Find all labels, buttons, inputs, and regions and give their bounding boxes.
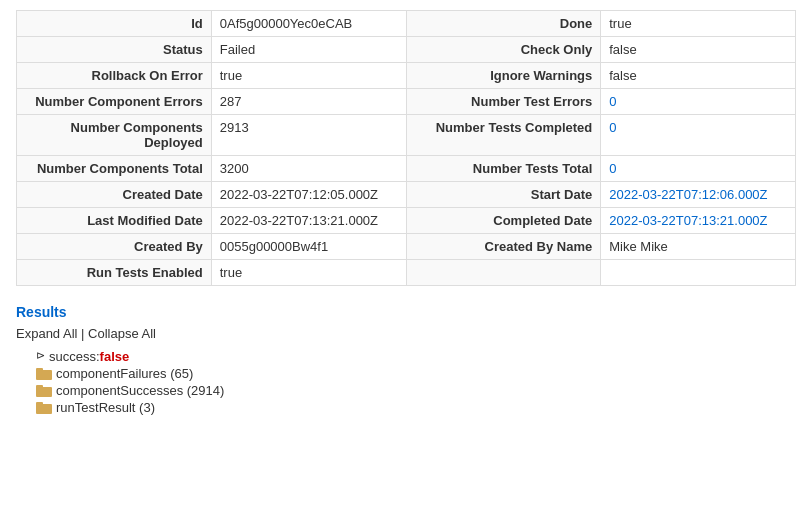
table-left-label: Last Modified Date xyxy=(17,208,212,234)
folder-icon xyxy=(36,400,52,414)
table-right-label xyxy=(406,260,601,286)
table-right-value: 0 xyxy=(601,89,796,115)
svg-rect-5 xyxy=(36,402,43,406)
table-right-value: 2022-03-22T07:12:06.000Z xyxy=(601,182,796,208)
collapse-all-link[interactable]: Collapse All xyxy=(88,326,156,341)
svg-rect-3 xyxy=(36,385,43,389)
expand-all-link[interactable]: Expand All xyxy=(16,326,77,341)
table-right-value xyxy=(601,260,796,286)
table-left-value: true xyxy=(211,63,406,89)
table-left-value: 0Af5g00000Yec0eCAB xyxy=(211,11,406,37)
table-right-label: Created By Name xyxy=(406,234,601,260)
folder-label: componentFailures (65) xyxy=(56,366,193,381)
table-left-label: Status xyxy=(17,37,212,63)
table-right-value: 2022-03-22T07:13:21.000Z xyxy=(601,208,796,234)
table-left-value: Failed xyxy=(211,37,406,63)
table-left-value: 0055g00000Bw4f1 xyxy=(211,234,406,260)
table-left-label: Number Components Deployed xyxy=(17,115,212,156)
table-left-label: Run Tests Enabled xyxy=(17,260,212,286)
list-item[interactable]: componentSuccesses (2914) xyxy=(36,383,796,398)
table-right-value: false xyxy=(601,37,796,63)
folder-icon xyxy=(36,366,52,380)
svg-rect-1 xyxy=(36,368,43,372)
table-right-label: Number Tests Completed xyxy=(406,115,601,156)
table-left-value: 2022-03-22T07:12:05.000Z xyxy=(211,182,406,208)
folder-icon xyxy=(36,383,52,397)
key-value-icon: ⊳ xyxy=(36,349,45,362)
separator: | xyxy=(81,326,88,341)
table-left-label: Id xyxy=(17,11,212,37)
table-right-label: Check Only xyxy=(406,37,601,63)
table-left-label: Number Components Total xyxy=(17,156,212,182)
key-value-text: success: xyxy=(49,349,100,364)
table-right-label: Number Tests Total xyxy=(406,156,601,182)
table-left-label: Created Date xyxy=(17,182,212,208)
table-left-value: 287 xyxy=(211,89,406,115)
table-right-value: Mike Mike xyxy=(601,234,796,260)
table-right-value: true xyxy=(601,11,796,37)
results-title: Results xyxy=(16,304,796,320)
table-right-label: Done xyxy=(406,11,601,37)
table-left-value: 2913 xyxy=(211,115,406,156)
results-section: Results Expand All | Collapse All ⊳succe… xyxy=(16,304,796,415)
folder-label: componentSuccesses (2914) xyxy=(56,383,224,398)
key-value-value: false xyxy=(100,349,130,364)
info-table: Id0Af5g00000Yec0eCABDonetrueStatusFailed… xyxy=(16,10,796,286)
folder-label: runTestResult (3) xyxy=(56,400,155,415)
table-left-value: 2022-03-22T07:13:21.000Z xyxy=(211,208,406,234)
table-right-label: Number Test Errors xyxy=(406,89,601,115)
table-right-value: 0 xyxy=(601,115,796,156)
table-right-label: Ignore Warnings xyxy=(406,63,601,89)
table-right-value: 0 xyxy=(601,156,796,182)
list-item[interactable]: componentFailures (65) xyxy=(36,366,796,381)
table-right-label: Start Date xyxy=(406,182,601,208)
table-left-label: Rollback On Error xyxy=(17,63,212,89)
table-left-label: Number Component Errors xyxy=(17,89,212,115)
table-left-label: Created By xyxy=(17,234,212,260)
tree-container: ⊳success: false componentFailures (65) c… xyxy=(36,349,796,415)
table-right-label: Completed Date xyxy=(406,208,601,234)
main-container: Id0Af5g00000Yec0eCABDonetrueStatusFailed… xyxy=(16,10,796,415)
table-left-value: 3200 xyxy=(211,156,406,182)
table-left-value: true xyxy=(211,260,406,286)
expand-collapse-bar: Expand All | Collapse All xyxy=(16,326,796,341)
table-right-value: false xyxy=(601,63,796,89)
list-item: ⊳success: false xyxy=(36,349,796,364)
list-item[interactable]: runTestResult (3) xyxy=(36,400,796,415)
